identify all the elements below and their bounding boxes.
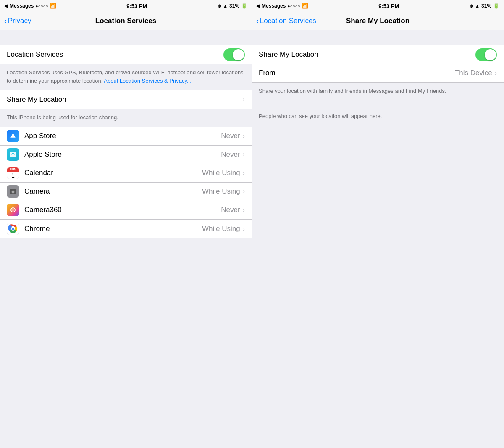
status-bar-right: ◀ Messages ●○○○○ 📶 9:53 PM ⊕ ▲ 31% 🔋 [252, 0, 504, 12]
appstore-label: App Store [24, 132, 221, 140]
from-chevron: › [495, 69, 497, 77]
location-services-row[interactable]: Location Services [0, 45, 252, 64]
left-content: Location Services Location Services uses… [0, 30, 252, 448]
app-row-camera360[interactable]: Camera360 Never › [0, 201, 252, 220]
chrome-label: Chrome [24, 225, 202, 233]
calendar-label: Calendar [24, 169, 202, 177]
status-right-right: ⊕ ▲ 31% 🔋 [470, 3, 499, 9]
camera-value: While Using [202, 187, 240, 196]
back-label-right: Location Services [260, 17, 316, 25]
share-location-group: Share My Location › [0, 90, 252, 109]
location-icon-right: ⊕ [470, 3, 473, 9]
applestore-chevron: › [243, 151, 245, 158]
messages-icon-left: ◀ [4, 3, 8, 9]
camera360-value: Never [221, 206, 240, 214]
share-location-description-text: Share your location with family and frie… [259, 88, 446, 94]
back-chevron-right: ‹ [256, 16, 259, 25]
appstore-value: Never [221, 132, 240, 140]
share-my-location-toggle[interactable] [475, 48, 497, 61]
right-content: Share My Location From This Device › Sha… [252, 30, 504, 448]
location-icon-left: ⊕ [218, 3, 221, 9]
camera-icon [7, 185, 19, 198]
back-label-left: Privacy [8, 17, 32, 25]
signal-left: ●○○○○ [35, 4, 48, 8]
about-link[interactable]: About Location Services & Privacy... [104, 78, 192, 84]
nav-title-left: Location Services [95, 17, 157, 25]
share-my-location-row[interactable]: Share My Location › [0, 90, 252, 109]
svg-rect-4 [11, 189, 13, 190]
right-spacer-1 [252, 30, 504, 45]
back-button-right[interactable]: ‹ Location Services [256, 17, 316, 25]
battery-pct-left: 31% [229, 3, 239, 9]
app-row-camera[interactable]: Camera While Using › [0, 183, 252, 201]
share-location-toggle-group: Share My Location From This Device › [252, 45, 504, 83]
status-right-left: ⊕ ▲ 31% 🔋 [218, 3, 247, 9]
from-label: From [259, 69, 455, 77]
location-services-group: Location Services [0, 45, 252, 64]
carrier-left: Messages [10, 3, 34, 9]
wifi-icon-left: 📶 [50, 3, 56, 9]
share-toggle-knob [485, 49, 496, 60]
applestore-icon [7, 148, 19, 161]
from-row[interactable]: From This Device › [252, 64, 504, 82]
camera360-label: Camera360 [24, 206, 221, 214]
nav-bar-left: ‹ Privacy Location Services [0, 12, 252, 30]
applestore-label: Apple Store [24, 150, 221, 159]
app-row-applestore[interactable]: Apple Store Never › [0, 146, 252, 164]
share-location-chevron: › [243, 96, 245, 103]
back-chevron-left: ‹ [4, 16, 7, 25]
chrome-value: While Using [202, 225, 240, 233]
appstore-chevron: › [243, 132, 245, 140]
share-description: This iPhone is being used for location s… [0, 109, 252, 127]
svg-point-6 [12, 209, 14, 211]
right-panel: ◀ Messages ●○○○○ 📶 9:53 PM ⊕ ▲ 31% 🔋 ‹ L… [252, 0, 504, 448]
share-my-location-toggle-row[interactable]: Share My Location [252, 45, 504, 64]
app-row-calendar[interactable]: SUN 1 Calendar While Using › [0, 164, 252, 183]
wifi-icon-right: 📶 [302, 3, 308, 9]
location-services-toggle[interactable] [223, 48, 245, 61]
chrome-chevron: › [243, 225, 245, 233]
camera-label: Camera [24, 187, 202, 196]
right-spacer-2 [252, 100, 504, 108]
status-left-right: ◀ Messages ●○○○○ 📶 [256, 3, 308, 9]
share-my-location-label: Share My Location [7, 95, 243, 104]
back-button-left[interactable]: ‹ Privacy [4, 17, 31, 25]
toggle-knob [233, 49, 244, 60]
carrier-right: Messages [262, 3, 286, 9]
camera360-chevron: › [243, 206, 245, 214]
app-row-appstore[interactable]: App Store Never › [0, 127, 252, 146]
people-description: People who can see your location will ap… [252, 108, 504, 126]
battery-icon-right: 🔋 [493, 3, 499, 9]
battery-pct-right: 31% [481, 3, 491, 9]
messages-icon-right: ◀ [256, 3, 260, 9]
status-left: ◀ Messages ●○○○○ 📶 [4, 3, 56, 9]
nav-bar-right: ‹ Location Services Share My Location [252, 12, 504, 30]
svg-point-3 [12, 191, 14, 193]
calendar-chevron: › [243, 169, 245, 177]
status-bar-left: ◀ Messages ●○○○○ 📶 9:53 PM ⊕ ▲ 31% 🔋 [0, 0, 252, 12]
camera360-icon [7, 204, 19, 216]
time-right: 9:53 PM [378, 3, 399, 9]
camera-chevron: › [243, 188, 245, 195]
app-row-chrome[interactable]: Chrome While Using › [0, 220, 252, 238]
share-description-text: This iPhone is being used for location s… [7, 114, 118, 121]
left-panel: ◀ Messages ●○○○○ 📶 9:53 PM ⊕ ▲ 31% 🔋 ‹ P… [0, 0, 252, 448]
share-my-location-toggle-label: Share My Location [259, 50, 475, 59]
gps-icon-right: ▲ [475, 3, 480, 8]
spacer-1 [0, 30, 252, 45]
people-description-text: People who can see your location will ap… [259, 113, 382, 119]
chrome-icon [7, 223, 19, 235]
apps-list: App Store Never › Apple Store Never › [0, 127, 252, 238]
location-services-label: Location Services [7, 50, 223, 59]
signal-right: ●○○○○ [287, 4, 300, 8]
time-left: 9:53 PM [126, 3, 147, 9]
svg-point-9 [12, 228, 14, 230]
battery-icon-left: 🔋 [241, 3, 247, 9]
calendar-value: While Using [202, 169, 240, 177]
share-location-description: Share your location with family and frie… [252, 83, 504, 100]
nav-title-right: Share My Location [346, 17, 410, 25]
applestore-value: Never [221, 150, 240, 159]
appstore-icon [7, 130, 19, 142]
gps-icon-left: ▲ [223, 3, 228, 8]
from-value: This Device [455, 69, 492, 77]
